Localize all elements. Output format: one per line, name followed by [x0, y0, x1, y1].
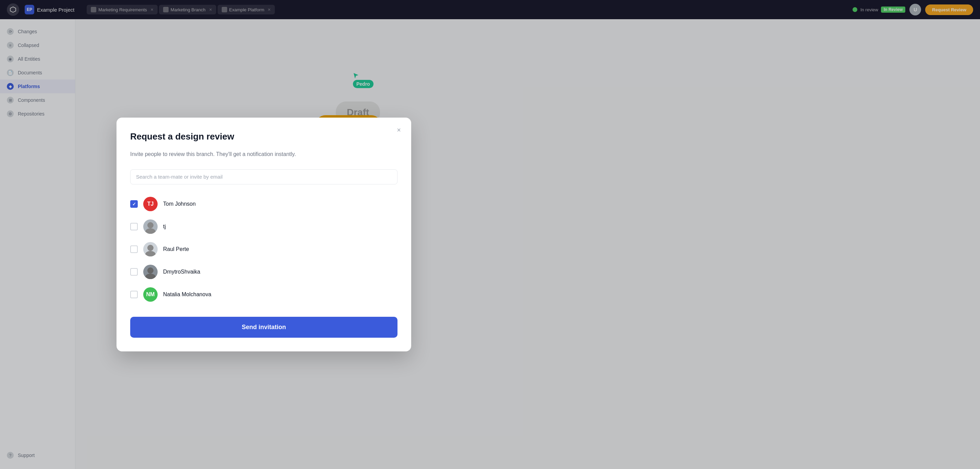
tom-johnson-avatar: TJ [143, 197, 158, 211]
member-item-tom-johnson[interactable]: TJ Tom Johnson [130, 193, 398, 215]
dmytro-avatar [143, 265, 158, 279]
svg-point-10 [145, 274, 156, 279]
modal-overlay: × Request a design review Invite people … [0, 0, 980, 469]
modal-close-button[interactable]: × [393, 124, 404, 136]
tj-avatar [143, 219, 158, 234]
svg-point-7 [147, 245, 154, 251]
tom-johnson-name: Tom Johnson [163, 201, 196, 207]
send-invitation-button[interactable]: Send invitation [130, 317, 398, 338]
modal-description: Invite people to review this branch. The… [130, 150, 398, 158]
dmytro-name: DmytroShvaika [163, 269, 200, 275]
svg-point-6 [145, 228, 156, 234]
search-input[interactable] [136, 174, 391, 180]
member-item-natalia[interactable]: NM Natalia Molchanova [130, 283, 398, 306]
svg-point-8 [145, 251, 156, 257]
tj-checkbox[interactable] [130, 223, 138, 230]
natalia-checkbox[interactable] [130, 291, 138, 298]
natalia-avatar: NM [143, 287, 158, 302]
svg-point-9 [147, 267, 154, 274]
modal-title: Request a design review [130, 131, 398, 142]
natalia-name: Natalia Molchanova [163, 291, 212, 298]
svg-point-5 [147, 222, 154, 228]
raul-perte-avatar [143, 242, 158, 257]
search-input-wrapper[interactable] [130, 169, 398, 185]
dmytro-checkbox[interactable] [130, 268, 138, 276]
tj-name: tj [163, 223, 166, 230]
raul-perte-name: Raul Perte [163, 246, 189, 252]
tom-johnson-checkbox[interactable] [130, 200, 138, 208]
member-list: TJ Tom Johnson tj [130, 193, 398, 306]
member-item-raul-perte[interactable]: Raul Perte [130, 238, 398, 260]
review-modal: × Request a design review Invite people … [116, 118, 411, 351]
raul-perte-checkbox[interactable] [130, 246, 138, 253]
member-item-tj[interactable]: tj [130, 215, 398, 238]
member-item-dmytro[interactable]: DmytroShvaika [130, 260, 398, 283]
